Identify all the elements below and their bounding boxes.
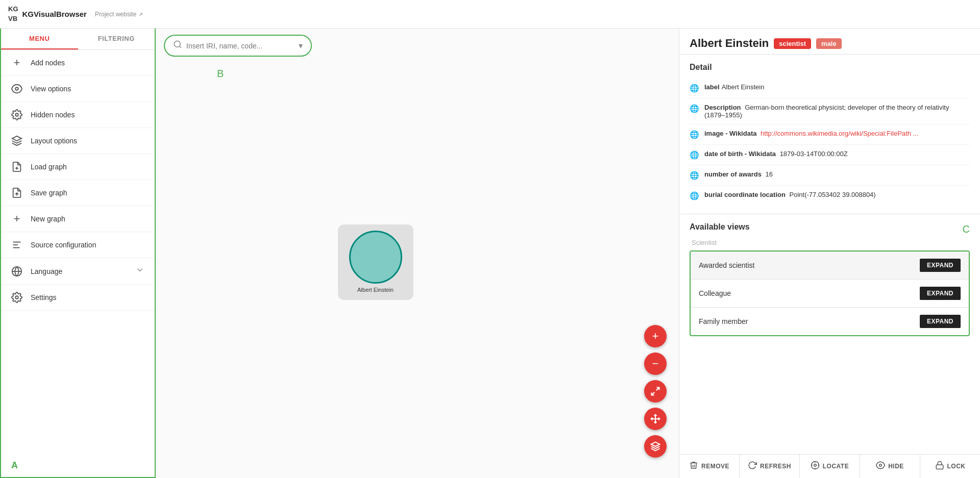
sidebar-item-new-graph[interactable]: + New graph — [1, 206, 155, 232]
sidebar-item-settings[interactable]: Settings — [1, 285, 155, 311]
avail-views-title: Available views — [690, 222, 750, 232]
sidebar-item-view-options[interactable]: View options — [1, 76, 155, 102]
hide-icon — [876, 461, 885, 472]
menu-label-view-options: View options — [31, 85, 144, 93]
logo-kg: KG — [8, 5, 18, 14]
expand-colleague-button[interactable]: EXPAND — [920, 287, 961, 300]
fit-button[interactable] — [644, 380, 667, 402]
view-name-colleague: Colleague — [699, 289, 731, 297]
chevron-down-icon — [135, 265, 144, 277]
remove-icon — [689, 461, 698, 472]
search-input[interactable] — [186, 42, 295, 50]
sidebar-label-a: A — [1, 454, 155, 477]
dropdown-icon[interactable]: ▾ — [299, 41, 303, 51]
badge-scientist: scientist — [774, 38, 811, 49]
detail-title: Detail — [690, 63, 970, 72]
sidebar: MENU FILTERING + Add nodes View options … — [0, 29, 156, 478]
locate-button[interactable]: LOCATE — [800, 455, 860, 478]
globe-icon-dob: 🌐 — [690, 150, 699, 160]
globe-icon-image: 🌐 — [690, 130, 699, 139]
plus-icon: + — [11, 57, 22, 68]
hide-label: HIDE — [888, 463, 904, 470]
search-bar[interactable]: ▾ — [164, 35, 312, 57]
refresh-button[interactable]: REFRESH — [740, 455, 800, 478]
bottom-toolbar: REMOVE REFRESH LOCATE HIDE — [679, 454, 980, 478]
menu-label-new-graph: New graph — [31, 215, 144, 223]
hide-button[interactable]: HIDE — [860, 455, 920, 478]
lock-button[interactable]: LOCK — [920, 455, 980, 478]
remove-button[interactable]: REMOVE — [679, 455, 740, 478]
view-row-awarded-scientist: Awarded scientist EXPAND — [691, 251, 969, 280]
node-box[interactable]: Albert Einstein — [338, 224, 413, 300]
tab-filtering[interactable]: FILTERING — [78, 29, 155, 49]
views-list: Awarded scientist EXPAND Colleague EXPAN… — [690, 250, 970, 336]
load-icon — [11, 161, 22, 172]
sidebar-item-language[interactable]: Language — [1, 258, 155, 285]
locate-label: LOCATE — [823, 463, 849, 470]
graph-label-b: B — [217, 68, 224, 80]
language-icon — [11, 266, 22, 277]
search-icon — [173, 40, 182, 52]
settings-icon — [11, 292, 22, 303]
view-name-family-member: Family member — [699, 317, 748, 325]
svg-point-27 — [879, 464, 882, 467]
menu-label-layout-options: Layout options — [31, 137, 144, 145]
image-link[interactable]: http://commons.wikimedia.org/wiki/Specia… — [761, 130, 918, 137]
node-label: Albert Einstein — [355, 287, 396, 293]
graph-area: ▾ B Albert Einstein + − — [156, 29, 679, 478]
svg-rect-28 — [936, 465, 943, 469]
sidebar-item-save-graph[interactable]: Save graph — [1, 180, 155, 206]
right-panel: Albert Einstein scientist male Detail 🌐 … — [679, 29, 980, 478]
save-icon — [11, 187, 22, 198]
node-container[interactable]: Albert Einstein — [338, 224, 413, 300]
detail-row-burial: 🌐 burial coordinate location Point(-77.0… — [690, 186, 970, 206]
layers-button[interactable] — [644, 435, 667, 458]
detail-row-description: 🌐 Description German-born theoretical ph… — [690, 98, 970, 124]
search-bar-container: ▾ — [156, 29, 679, 63]
sidebar-item-source-configuration[interactable]: Source configuration — [1, 232, 155, 258]
source-icon — [11, 239, 22, 250]
external-link-icon: ↗ — [138, 11, 143, 17]
label-c: C — [963, 223, 970, 235]
globe-icon-burial: 🌐 — [690, 191, 699, 200]
expand-awarded-scientist-button[interactable]: EXPAND — [920, 259, 961, 272]
sidebar-item-load-graph[interactable]: Load graph — [1, 154, 155, 180]
tab-menu[interactable]: MENU — [1, 29, 78, 49]
node-circle — [349, 231, 402, 284]
refresh-icon — [748, 461, 757, 472]
view-row-colleague: Colleague EXPAND — [691, 280, 969, 308]
menu-label-hidden-nodes: Hidden nodes — [31, 111, 144, 119]
lock-label: LOCK — [947, 463, 966, 470]
lock-icon — [935, 461, 944, 472]
svg-point-13 — [15, 296, 18, 299]
avail-subtitle: Scientist — [690, 239, 970, 246]
svg-point-0 — [15, 87, 18, 90]
svg-point-22 — [814, 464, 817, 467]
sidebar-item-layout-options[interactable]: Layout options — [1, 128, 155, 154]
svg-marker-20 — [651, 442, 660, 446]
zoom-in-button[interactable]: + — [644, 325, 667, 347]
locate-icon — [811, 461, 820, 472]
menu-label-language: Language — [31, 267, 127, 275]
svg-point-14 — [174, 41, 180, 47]
globe-icon-label: 🌐 — [690, 84, 699, 93]
detail-row-awards: 🌐 number of awards 16 — [690, 165, 970, 186]
sidebar-menu: + Add nodes View options Hidden nodes — [1, 50, 155, 311]
menu-label-add-nodes: Add nodes — [31, 59, 144, 67]
sidebar-item-add-nodes[interactable]: + Add nodes — [1, 50, 155, 76]
expand-family-member-button[interactable]: EXPAND — [920, 315, 961, 328]
sidebar-item-hidden-nodes[interactable]: Hidden nodes — [1, 102, 155, 128]
available-views-section: Available views C Scientist Awarded scie… — [679, 214, 980, 344]
zoom-out-button[interactable]: − — [644, 353, 667, 375]
gear-icon — [11, 109, 22, 120]
right-panel-content: Detail 🌐 labelAlbert Einstein 🌐 Descript… — [679, 55, 980, 454]
graph-canvas: B Albert Einstein + − — [156, 63, 679, 478]
float-buttons: + − — [644, 325, 667, 458]
menu-label-settings: Settings — [31, 293, 144, 301]
globe-icon-awards: 🌐 — [690, 171, 699, 180]
view-row-family-member: Family member EXPAND — [691, 308, 969, 335]
move-button[interactable] — [644, 408, 667, 430]
menu-label-load-graph: Load graph — [31, 163, 144, 171]
logo-block: KG KGVisualBrowser VB — [8, 5, 87, 23]
menu-label-save-graph: Save graph — [31, 189, 144, 197]
